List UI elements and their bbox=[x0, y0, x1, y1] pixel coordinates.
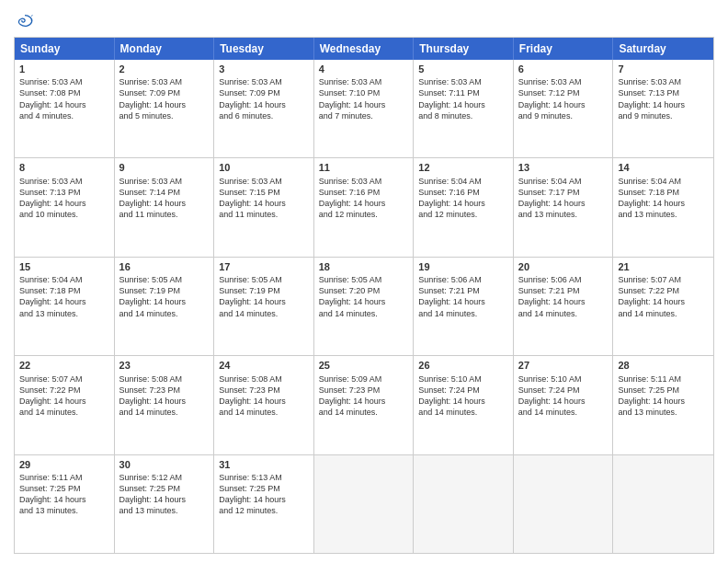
day-info: Sunrise: 5:06 AM Sunset: 7:21 PM Dayligh… bbox=[418, 274, 508, 319]
calendar-day-6: 6Sunrise: 5:03 AM Sunset: 7:12 PM Daylig… bbox=[514, 60, 614, 157]
day-number: 5 bbox=[418, 63, 508, 75]
calendar-day-19: 19Sunrise: 5:06 AM Sunset: 7:21 PM Dayli… bbox=[414, 258, 514, 355]
day-number: 14 bbox=[618, 161, 709, 174]
day-info: Sunrise: 5:11 AM Sunset: 7:25 PM Dayligh… bbox=[19, 472, 109, 517]
logo-bird-icon bbox=[16, 13, 34, 31]
day-number: 24 bbox=[219, 359, 309, 372]
day-number: 10 bbox=[219, 161, 309, 174]
calendar-day-25: 25Sunrise: 5:09 AM Sunset: 7:23 PM Dayli… bbox=[314, 356, 415, 454]
calendar-day-21: 21Sunrise: 5:07 AM Sunset: 7:22 PM Dayli… bbox=[613, 258, 713, 355]
day-number: 13 bbox=[518, 161, 609, 174]
calendar-day-13: 13Sunrise: 5:04 AM Sunset: 7:17 PM Dayli… bbox=[514, 158, 614, 256]
calendar-day-5: 5Sunrise: 5:03 AM Sunset: 7:11 PM Daylig… bbox=[414, 60, 514, 157]
calendar-day-24: 24Sunrise: 5:08 AM Sunset: 7:23 PM Dayli… bbox=[214, 356, 314, 454]
day-number: 8 bbox=[19, 161, 109, 174]
day-number: 16 bbox=[119, 260, 210, 273]
calendar-day-14: 14Sunrise: 5:04 AM Sunset: 7:18 PM Dayli… bbox=[613, 158, 713, 256]
calendar-day-16: 16Sunrise: 5:05 AM Sunset: 7:19 PM Dayli… bbox=[115, 258, 215, 355]
calendar-day-11: 11Sunrise: 5:03 AM Sunset: 7:16 PM Dayli… bbox=[314, 158, 415, 256]
calendar-day-18: 18Sunrise: 5:05 AM Sunset: 7:20 PM Dayli… bbox=[314, 258, 415, 355]
calendar-header-row: SundayMondayTuesdayWednesdayThursdayFrid… bbox=[15, 38, 713, 60]
calendar-header-monday: Monday bbox=[115, 38, 215, 60]
day-info: Sunrise: 5:05 AM Sunset: 7:19 PM Dayligh… bbox=[219, 274, 309, 319]
calendar-day-22: 22Sunrise: 5:07 AM Sunset: 7:22 PM Dayli… bbox=[15, 356, 115, 454]
calendar-empty-cell bbox=[613, 455, 713, 553]
calendar-day-7: 7Sunrise: 5:03 AM Sunset: 7:13 PM Daylig… bbox=[613, 60, 713, 157]
calendar-row-3: 22Sunrise: 5:07 AM Sunset: 7:22 PM Dayli… bbox=[15, 355, 713, 454]
day-info: Sunrise: 5:03 AM Sunset: 7:08 PM Dayligh… bbox=[19, 76, 109, 121]
day-number: 6 bbox=[518, 63, 609, 75]
day-number: 30 bbox=[119, 458, 210, 471]
header bbox=[14, 9, 714, 31]
day-number: 11 bbox=[319, 161, 409, 174]
day-info: Sunrise: 5:05 AM Sunset: 7:19 PM Dayligh… bbox=[119, 274, 210, 319]
day-info: Sunrise: 5:10 AM Sunset: 7:24 PM Dayligh… bbox=[418, 373, 508, 419]
calendar-day-20: 20Sunrise: 5:06 AM Sunset: 7:21 PM Dayli… bbox=[514, 258, 614, 355]
calendar-day-23: 23Sunrise: 5:08 AM Sunset: 7:23 PM Dayli… bbox=[115, 356, 215, 454]
day-number: 27 bbox=[518, 359, 609, 372]
calendar-body: 1Sunrise: 5:03 AM Sunset: 7:08 PM Daylig… bbox=[15, 60, 713, 553]
day-number: 3 bbox=[219, 63, 309, 75]
day-number: 7 bbox=[618, 63, 709, 75]
calendar-day-26: 26Sunrise: 5:10 AM Sunset: 7:24 PM Dayli… bbox=[414, 356, 514, 454]
calendar-day-15: 15Sunrise: 5:04 AM Sunset: 7:18 PM Dayli… bbox=[15, 258, 115, 355]
day-info: Sunrise: 5:04 AM Sunset: 7:17 PM Dayligh… bbox=[518, 176, 609, 221]
calendar-empty-cell bbox=[514, 455, 614, 553]
calendar-empty-cell bbox=[314, 455, 415, 553]
day-info: Sunrise: 5:05 AM Sunset: 7:20 PM Dayligh… bbox=[319, 274, 409, 319]
calendar-header-saturday: Saturday bbox=[613, 38, 713, 60]
calendar-day-3: 3Sunrise: 5:03 AM Sunset: 7:09 PM Daylig… bbox=[214, 60, 314, 157]
calendar-day-30: 30Sunrise: 5:12 AM Sunset: 7:25 PM Dayli… bbox=[115, 455, 215, 553]
day-number: 23 bbox=[119, 359, 210, 372]
day-info: Sunrise: 5:13 AM Sunset: 7:25 PM Dayligh… bbox=[219, 472, 309, 517]
day-info: Sunrise: 5:12 AM Sunset: 7:25 PM Dayligh… bbox=[119, 472, 210, 517]
day-info: Sunrise: 5:08 AM Sunset: 7:23 PM Dayligh… bbox=[119, 373, 210, 419]
day-number: 19 bbox=[418, 260, 508, 273]
calendar-row-2: 15Sunrise: 5:04 AM Sunset: 7:18 PM Dayli… bbox=[15, 257, 713, 355]
day-info: Sunrise: 5:03 AM Sunset: 7:15 PM Dayligh… bbox=[219, 176, 309, 221]
calendar-row-1: 8Sunrise: 5:03 AM Sunset: 7:13 PM Daylig… bbox=[15, 157, 713, 256]
calendar-row-4: 29Sunrise: 5:11 AM Sunset: 7:25 PM Dayli… bbox=[15, 454, 713, 553]
day-info: Sunrise: 5:03 AM Sunset: 7:10 PM Dayligh… bbox=[319, 76, 409, 121]
day-info: Sunrise: 5:07 AM Sunset: 7:22 PM Dayligh… bbox=[618, 274, 709, 319]
day-number: 25 bbox=[319, 359, 409, 372]
calendar-day-12: 12Sunrise: 5:04 AM Sunset: 7:16 PM Dayli… bbox=[414, 158, 514, 256]
calendar-empty-cell bbox=[414, 455, 514, 553]
calendar-header-wednesday: Wednesday bbox=[314, 38, 415, 60]
day-info: Sunrise: 5:11 AM Sunset: 7:25 PM Dayligh… bbox=[618, 373, 709, 419]
calendar-day-8: 8Sunrise: 5:03 AM Sunset: 7:13 PM Daylig… bbox=[15, 158, 115, 256]
day-number: 26 bbox=[418, 359, 508, 372]
day-info: Sunrise: 5:04 AM Sunset: 7:18 PM Dayligh… bbox=[19, 274, 109, 319]
day-number: 9 bbox=[119, 161, 210, 174]
day-info: Sunrise: 5:03 AM Sunset: 7:16 PM Dayligh… bbox=[319, 176, 409, 221]
day-info: Sunrise: 5:03 AM Sunset: 7:09 PM Dayligh… bbox=[119, 76, 210, 121]
calendar-header-friday: Friday bbox=[514, 38, 614, 60]
calendar-day-28: 28Sunrise: 5:11 AM Sunset: 7:25 PM Dayli… bbox=[613, 356, 713, 454]
day-info: Sunrise: 5:04 AM Sunset: 7:16 PM Dayligh… bbox=[418, 176, 508, 221]
day-info: Sunrise: 5:03 AM Sunset: 7:13 PM Dayligh… bbox=[19, 176, 109, 221]
calendar-row-0: 1Sunrise: 5:03 AM Sunset: 7:08 PM Daylig… bbox=[15, 60, 713, 157]
day-info: Sunrise: 5:03 AM Sunset: 7:14 PM Dayligh… bbox=[119, 176, 210, 221]
page: SundayMondayTuesdayWednesdayThursdayFrid… bbox=[0, 0, 728, 563]
calendar-day-2: 2Sunrise: 5:03 AM Sunset: 7:09 PM Daylig… bbox=[115, 60, 215, 157]
day-number: 22 bbox=[19, 359, 109, 372]
day-info: Sunrise: 5:10 AM Sunset: 7:24 PM Dayligh… bbox=[518, 373, 609, 419]
calendar-day-1: 1Sunrise: 5:03 AM Sunset: 7:08 PM Daylig… bbox=[15, 60, 115, 157]
calendar-header-sunday: Sunday bbox=[15, 38, 115, 60]
day-number: 17 bbox=[219, 260, 309, 273]
day-number: 1 bbox=[19, 63, 109, 75]
calendar-day-29: 29Sunrise: 5:11 AM Sunset: 7:25 PM Dayli… bbox=[15, 455, 115, 553]
calendar-day-9: 9Sunrise: 5:03 AM Sunset: 7:14 PM Daylig… bbox=[115, 158, 215, 256]
day-info: Sunrise: 5:03 AM Sunset: 7:09 PM Dayligh… bbox=[219, 76, 309, 121]
day-number: 31 bbox=[219, 458, 309, 471]
day-number: 4 bbox=[319, 63, 409, 75]
day-info: Sunrise: 5:07 AM Sunset: 7:22 PM Dayligh… bbox=[19, 373, 109, 419]
day-info: Sunrise: 5:03 AM Sunset: 7:11 PM Dayligh… bbox=[418, 76, 508, 121]
logo bbox=[14, 13, 38, 31]
day-info: Sunrise: 5:08 AM Sunset: 7:23 PM Dayligh… bbox=[219, 373, 309, 419]
calendar-day-17: 17Sunrise: 5:05 AM Sunset: 7:19 PM Dayli… bbox=[214, 258, 314, 355]
calendar-header-thursday: Thursday bbox=[414, 38, 514, 60]
calendar-day-27: 27Sunrise: 5:10 AM Sunset: 7:24 PM Dayli… bbox=[514, 356, 614, 454]
day-number: 29 bbox=[19, 458, 109, 471]
day-number: 2 bbox=[119, 63, 210, 75]
